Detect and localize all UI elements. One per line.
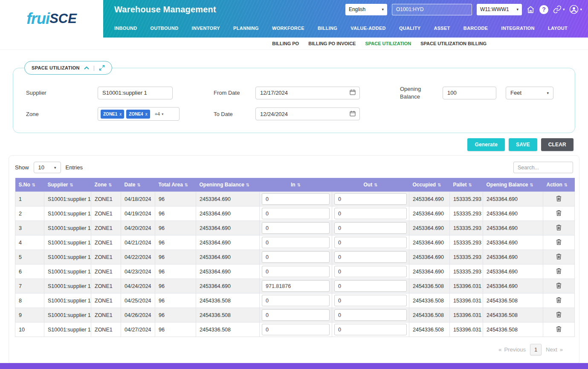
in-input[interactable] xyxy=(262,309,330,321)
in-input[interactable] xyxy=(262,193,330,205)
avatar-icon[interactable]: ▾ xyxy=(569,5,582,14)
page-title: Warehouse Management xyxy=(114,5,216,15)
remove-chip-icon[interactable]: x xyxy=(119,112,122,116)
nav-item-planning[interactable]: PLANNING xyxy=(233,26,259,31)
zone-more-dropdown[interactable]: +4▾ xyxy=(155,111,164,116)
out-input[interactable] xyxy=(334,295,407,306)
column-header-occupied[interactable]: Occupied⇅ xyxy=(409,178,450,192)
cell-date: 04/26/2024 xyxy=(121,308,155,323)
column-header-supplier[interactable]: Supplier⇅ xyxy=(44,178,91,192)
out-input[interactable] xyxy=(334,208,407,219)
delete-row-button[interactable] xyxy=(554,238,563,247)
column-header-total-area[interactable]: Total Area⇅ xyxy=(155,178,196,192)
zone-multiselect[interactable]: ZONE1xZONE4x+4▾ xyxy=(98,107,180,121)
language-select[interactable]: English ▾ xyxy=(345,4,387,15)
from-date-input[interactable]: 12/17/2024 xyxy=(255,87,360,99)
in-input[interactable] xyxy=(262,295,330,306)
out-input[interactable] xyxy=(334,280,407,292)
in-input[interactable] xyxy=(262,280,330,292)
search-input[interactable] xyxy=(513,162,573,173)
pill-divider: | xyxy=(93,65,95,71)
in-input[interactable] xyxy=(262,237,330,248)
generate-button[interactable]: Generate xyxy=(467,138,505,151)
out-input[interactable] xyxy=(334,222,407,234)
zone-chip-zone1: ZONE1x xyxy=(101,110,124,119)
nav-item-asset[interactable]: ASSET xyxy=(434,26,450,31)
column-header-action[interactable]: Action⇅ xyxy=(543,178,575,192)
cell-opening-balance-2: 2453364.690 xyxy=(483,250,543,264)
in-input[interactable] xyxy=(262,208,330,219)
column-header-openinng-balance[interactable]: Openinng Balance⇅ xyxy=(196,178,260,192)
next-button[interactable]: Next » xyxy=(546,346,563,353)
cell-sno: 3 xyxy=(15,221,44,235)
subnav-item-space-utilization[interactable]: SPACE UTILIZATION xyxy=(365,41,411,46)
nav-item-outbound[interactable]: OUTBOUND xyxy=(151,26,179,31)
nav-item-workforce[interactable]: WORKFORCE xyxy=(272,26,304,31)
subnav-item-billing-po[interactable]: BILLING PO xyxy=(272,41,299,46)
home-icon[interactable] xyxy=(527,6,535,14)
column-header-opening-balance[interactable]: Opening Balance⇅ xyxy=(483,178,543,192)
cell-occupied: 2453364.690 xyxy=(409,250,450,264)
org-input[interactable]: O1001:HYD xyxy=(392,4,472,15)
unit-select[interactable]: Feet ▾ xyxy=(506,87,553,99)
delete-row-button[interactable] xyxy=(554,253,563,262)
delete-row-button[interactable] xyxy=(554,209,563,218)
subnav-item-space-utilization-billing[interactable]: SPACE UTILIZATION BILLING xyxy=(420,41,487,46)
cell-opening-balance: 2454336.508 xyxy=(196,308,260,323)
cell-sno: 2 xyxy=(15,206,44,221)
nav-item-inventory[interactable]: INVENTORY xyxy=(192,26,220,31)
to-date-input[interactable]: 12/24/2024 xyxy=(255,108,360,120)
column-header-s-no[interactable]: S.No⇅ xyxy=(15,178,44,192)
page-button[interactable]: 1 xyxy=(530,344,542,355)
in-input[interactable] xyxy=(262,222,330,234)
chevron-down-icon: ▾ xyxy=(54,166,56,170)
previous-button[interactable]: « Previous xyxy=(498,346,526,353)
subnav-item-billing-po-invoice[interactable]: BILLING PO INVOICE xyxy=(308,41,356,46)
delete-row-button[interactable] xyxy=(554,282,563,291)
nav-item-inbound[interactable]: INBOUND xyxy=(114,26,137,31)
zone-chip-zone4: ZONE4x xyxy=(126,110,150,119)
nav-item-value-added[interactable]: VALUE-ADDED xyxy=(350,26,386,31)
out-input[interactable] xyxy=(334,324,407,335)
delete-row-button[interactable] xyxy=(554,224,563,233)
collapse-chevron-icon[interactable] xyxy=(84,67,89,70)
logo[interactable]: fruiSCE xyxy=(0,0,103,38)
out-input[interactable] xyxy=(334,309,407,321)
link-icon[interactable]: ▾ xyxy=(553,5,565,14)
show-entries-select[interactable]: 10 ▾ xyxy=(34,162,61,173)
opening-balance-input[interactable] xyxy=(443,87,496,99)
cell-zone: ZONE1 xyxy=(91,206,121,221)
in-input[interactable] xyxy=(262,266,330,277)
calendar-icon xyxy=(350,110,356,118)
delete-row-button[interactable] xyxy=(554,296,563,305)
nav-item-billing[interactable]: BILLING xyxy=(318,26,337,31)
column-header-out[interactable]: Out⇅ xyxy=(332,178,409,192)
column-header-date[interactable]: Date⇅ xyxy=(121,178,155,192)
table-row: 3S10001:supplier 1ZONE104/20/20249624533… xyxy=(15,221,575,235)
help-icon[interactable]: ? xyxy=(539,5,548,14)
remove-chip-icon[interactable]: x xyxy=(145,112,148,116)
out-input[interactable] xyxy=(334,251,407,263)
column-header-in[interactable]: In⇅ xyxy=(260,178,332,192)
supplier-input[interactable] xyxy=(98,87,173,99)
nav-item-barcode[interactable]: BARCODE xyxy=(463,26,488,31)
delete-row-button[interactable] xyxy=(554,195,563,204)
warehouse-select[interactable]: W11:WWW1 ▾ xyxy=(477,4,522,15)
out-input[interactable] xyxy=(334,193,407,205)
nav-item-quality[interactable]: QUALITY xyxy=(399,26,420,31)
column-header-zone[interactable]: Zone⇅ xyxy=(91,178,121,192)
delete-row-button[interactable] xyxy=(554,267,563,276)
save-button[interactable]: SAVE xyxy=(509,138,537,151)
expand-arrows-icon[interactable] xyxy=(99,65,105,71)
nav-item-integration[interactable]: INTEGRATION xyxy=(501,26,535,31)
out-input[interactable] xyxy=(334,266,407,277)
nav-item-layout[interactable]: LAYOUT xyxy=(548,26,568,31)
out-input[interactable] xyxy=(334,237,407,248)
delete-row-button[interactable] xyxy=(554,325,563,334)
column-header-pallet[interactable]: Pallet⇅ xyxy=(450,178,483,192)
clear-button[interactable]: CLEAR xyxy=(541,138,574,151)
cell-supplier: S10001:supplier 1 xyxy=(44,264,91,279)
in-input[interactable] xyxy=(262,324,330,335)
delete-row-button[interactable] xyxy=(554,311,563,320)
in-input[interactable] xyxy=(262,251,330,263)
